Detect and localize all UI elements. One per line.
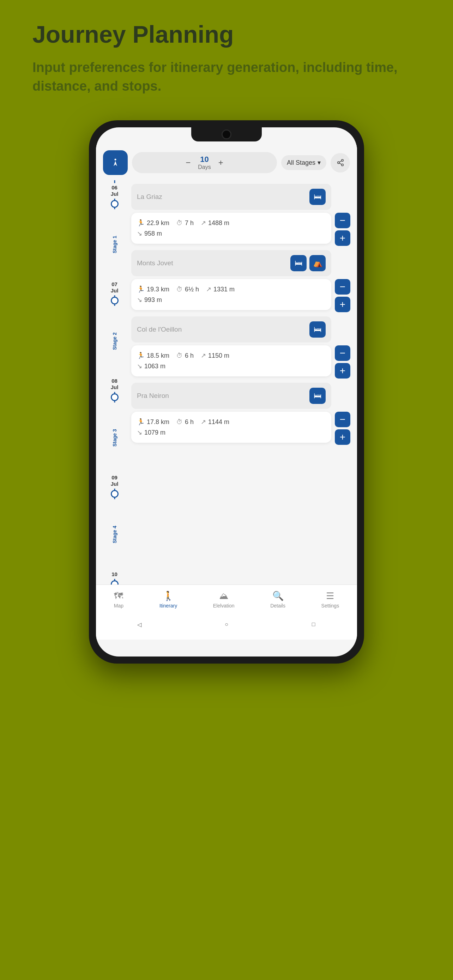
stage3-stats-card: 🏃 18.5 km ⏱ 6 h ↗ 1150 m — [131, 345, 331, 376]
nav-settings[interactable]: ☰ Settings — [317, 589, 343, 610]
days-control: − 10 Days + — [132, 152, 277, 173]
stage1-time-val: 7 h — [185, 220, 194, 227]
stage4-content: Pra Neiron 🛏 🏃 17.8 km — [131, 383, 331, 443]
stage1-controls: − + — [335, 213, 350, 246]
system-nav: ◁ ○ □ — [96, 613, 357, 640]
stage3-controls: − + — [335, 345, 350, 379]
page-subtitle: Input preferences for itinerary generati… — [32, 58, 421, 95]
stage3-time: ⏱ 6 h — [176, 352, 194, 360]
recent-button[interactable]: □ — [307, 618, 320, 631]
stage4-distance-val: 17.8 km — [147, 418, 169, 426]
svg-point-0 — [114, 159, 116, 161]
phone-screen: − 10 Days + All Stages ▾ — [96, 127, 357, 657]
stage1-descent: ↘ 958 m — [137, 230, 326, 237]
stage2-tent-icon[interactable]: ⛺ — [309, 255, 326, 271]
timeline-main: 06Jul Stage 1 07Jul Stage 2 08Jul Stage … — [96, 180, 357, 585]
timeline-axis: 06Jul Stage 1 07Jul Stage 2 08Jul Stage … — [101, 180, 128, 585]
stage1-minus-btn[interactable]: − — [335, 213, 350, 228]
stage4-distance: 🏃 17.8 km — [137, 418, 169, 426]
stage4-bed-icon[interactable]: 🛏 — [309, 388, 326, 404]
itinerary-icon: 🚶 — [163, 590, 174, 601]
stage2-bed-icon[interactable]: 🛏 — [290, 255, 307, 271]
nav-elevation[interactable]: ⛰ Elelvation — [209, 589, 239, 610]
stage4-stats-card: 🏃 17.8 km ⏱ 6 h ↗ 1144 m — [131, 412, 331, 443]
stage3-content: Col de l'Oeillon 🛏 🏃 18.5 km — [131, 317, 331, 376]
nav-main-button[interactable] — [103, 150, 128, 175]
stage2-descent: ↘ 993 m — [137, 296, 326, 304]
stage1-bed-icon[interactable]: 🛏 — [309, 189, 326, 205]
phone-device: − 10 Days + All Stages ▾ — [89, 120, 364, 663]
stage4-time-val: 6 h — [185, 418, 194, 426]
stage1-location-name: La Griaz — [137, 193, 162, 201]
svg-point-3 — [341, 164, 343, 166]
stage2-ascent: ↗ 1331 m — [206, 285, 235, 293]
stage2-ascent-val: 1331 m — [213, 286, 235, 293]
stages-filter-dropdown[interactable]: All Stages ▾ — [281, 155, 326, 170]
stage2-minus-btn[interactable]: − — [335, 279, 350, 294]
page-header: Journey Planning Input preferences for i… — [32, 21, 421, 113]
nav-settings-label: Settings — [321, 603, 339, 609]
stage2-distance: 🏃 19.3 km — [137, 285, 169, 293]
stage3-label: Stage 3 — [112, 402, 118, 473]
nav-map[interactable]: 🗺 Map — [110, 589, 128, 610]
stage2-label: Stage 2 — [112, 306, 118, 376]
stage3-bed-icon[interactable]: 🛏 — [309, 321, 326, 337]
stage4-descent: ↘ 1079 m — [137, 429, 326, 436]
screen-content: − 10 Days + All Stages ▾ — [96, 127, 357, 657]
stage3-descent-val: 1063 m — [144, 363, 165, 370]
stage3-location-name: Col de l'Oeillon — [137, 326, 182, 333]
ascent-icon: ↗ — [201, 219, 206, 227]
partial-day-spacer — [131, 449, 331, 456]
stage1-stats-row1: 🏃 22.9 km ⏱ 7 h ↗ 1488 m — [137, 219, 326, 227]
nav-details-label: Details — [270, 603, 285, 609]
stage4-location-name: Pra Neiron — [137, 392, 169, 400]
stage3-minus-btn[interactable]: − — [335, 345, 350, 361]
nav-elevation-label: Elelvation — [213, 603, 235, 609]
nav-details[interactable]: 🔍 Details — [266, 589, 290, 610]
home-button[interactable]: ○ — [220, 618, 233, 631]
stage1-location-icons: 🛏 — [309, 189, 326, 205]
stage2-descent-val: 993 m — [144, 296, 162, 304]
svg-line-4 — [339, 163, 341, 165]
stage4-location-row: Pra Neiron 🛏 — [131, 383, 331, 409]
stage4-plus-btn[interactable]: + — [335, 430, 350, 445]
page-title: Journey Planning — [32, 21, 421, 48]
stage1-descent-val: 958 m — [144, 230, 162, 237]
stage1-content: La Griaz 🛏 🏃 22.9 km — [131, 184, 331, 244]
node-stage4 — [111, 490, 119, 498]
phone-notch — [191, 127, 262, 142]
stage2-time-val: 6½ h — [185, 286, 199, 293]
descent-icon: ↘ — [137, 230, 142, 237]
stage4-location-icons: 🛏 — [309, 388, 326, 404]
bottom-nav: 🗺 Map 🚶 Itinerary ⛰ Elelvation 🔍 Details… — [96, 585, 357, 613]
stage2-plus-btn[interactable]: + — [335, 297, 350, 312]
details-icon: 🔍 — [272, 590, 284, 601]
share-button[interactable] — [331, 153, 350, 172]
svg-point-2 — [337, 162, 339, 164]
stage4-minus-btn[interactable]: − — [335, 412, 350, 427]
stage3-plus-btn[interactable]: + — [335, 363, 350, 379]
days-plus-button[interactable]: + — [215, 156, 227, 169]
node-stage3 — [111, 393, 119, 401]
stage3-location-row: Col de l'Oeillon 🛏 — [131, 317, 331, 342]
days-minus-button[interactable]: − — [182, 156, 194, 169]
back-button[interactable]: ◁ — [133, 618, 146, 631]
distance-icon: 🏃 — [137, 219, 145, 227]
nav-itinerary[interactable]: 🚶 Itinerary — [155, 589, 182, 610]
stage4-stats-row1: 🏃 17.8 km ⏱ 6 h ↗ 1144 m — [137, 418, 326, 426]
stage3-distance: 🏃 18.5 km — [137, 352, 169, 360]
stage3-distance-val: 18.5 km — [147, 352, 169, 360]
stage1-ascent-val: 1488 m — [208, 220, 229, 227]
stage4-controls: − + — [335, 412, 350, 445]
stage3-time-val: 6 h — [185, 352, 194, 360]
stage2-content: Monts Jovet 🛏 ⛺ 🏃 19.3 km — [131, 250, 331, 310]
stage1-plus-btn[interactable]: + — [335, 231, 350, 246]
stage1-distance: 🏃 22.9 km — [137, 219, 169, 227]
node-stage2 — [111, 297, 119, 304]
date-07jul: 07Jul — [110, 280, 119, 295]
stage2-stats-card: 🏃 19.3 km ⏱ 6½ h ↗ 1331 m — [131, 279, 331, 310]
stages-filter-label: All Stages — [287, 159, 315, 167]
stage4-ascent: ↗ 1144 m — [201, 418, 229, 426]
node-stage1 — [111, 200, 119, 208]
stage1-distance-val: 22.9 km — [147, 220, 169, 227]
